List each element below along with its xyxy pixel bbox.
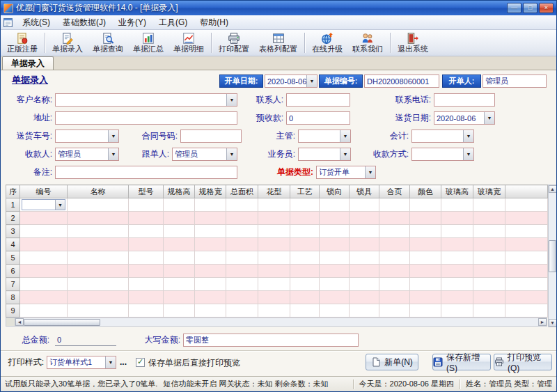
grid-cell[interactable] — [195, 238, 226, 251]
grid-cell[interactable] — [441, 198, 473, 212]
chevron-down-icon[interactable]: ▼ — [463, 148, 473, 160]
grid-row-header[interactable]: 3 — [6, 225, 20, 238]
grid-row-header[interactable]: 4 — [6, 238, 20, 251]
chevron-down-icon[interactable]: ▼ — [306, 75, 317, 87]
grid-cell[interactable] — [68, 212, 129, 225]
scroll-up-icon[interactable]: ▲ — [549, 185, 557, 193]
phone-field[interactable] — [434, 93, 495, 107]
grid-cell[interactable] — [350, 238, 379, 251]
grid-cell[interactable] — [129, 291, 164, 304]
menu-item[interactable]: 基础数据(J) — [56, 15, 112, 30]
grid-cell[interactable] — [20, 212, 68, 225]
grid-cell[interactable] — [290, 225, 320, 238]
grid-cell[interactable] — [129, 198, 164, 212]
grid-cell[interactable] — [410, 238, 441, 251]
grid-cell[interactable] — [441, 251, 473, 265]
grid-cell[interactable] — [505, 304, 548, 317]
grid-column-filler[interactable] — [505, 185, 548, 198]
grid-column-header-序[interactable]: 序 — [6, 185, 20, 198]
grid-cell[interactable] — [410, 225, 441, 238]
grid-cell[interactable] — [410, 212, 441, 225]
chevron-down-icon[interactable]: ▼ — [226, 148, 237, 160]
pay-method-combo[interactable]: ▼ — [411, 148, 474, 161]
delivery-date-combo[interactable]: 2020-08-06 ▼ — [434, 111, 495, 125]
toolbar-button-exit[interactable]: 退出系统 — [393, 31, 433, 55]
grid-cell[interactable] — [195, 291, 226, 304]
grid-row-header[interactable]: 1 — [6, 198, 20, 212]
grid-row-header[interactable]: 7 — [6, 278, 20, 291]
toolbar-button-bill-query[interactable]: 单据查询 — [88, 31, 128, 55]
grid-cell[interactable] — [441, 304, 473, 317]
horizontal-scrollbar[interactable]: ◄ ► — [6, 317, 547, 327]
vertical-scroll-thumb[interactable] — [549, 240, 556, 272]
grid-cell[interactable] — [320, 212, 350, 225]
grid-cell[interactable] — [350, 278, 379, 291]
bill-type-combo[interactable]: 订货开单 ▼ — [316, 166, 376, 179]
grid-column-header-工艺[interactable]: 工艺 — [290, 185, 320, 198]
grid-cell[interactable] — [505, 291, 548, 304]
grid-cell[interactable] — [379, 251, 410, 265]
grid-cell[interactable] — [379, 212, 410, 225]
grid-cell[interactable] — [164, 265, 195, 278]
grid-column-header-花型[interactable]: 花型 — [258, 185, 290, 198]
grid-cell[interactable] — [290, 198, 320, 212]
grid-cell[interactable] — [68, 238, 129, 251]
grid-cell[interactable] — [68, 198, 129, 212]
print-style-combo[interactable]: 订货单样式1 ▼ — [47, 356, 116, 369]
grid-cell[interactable] — [129, 225, 164, 238]
grid-cell[interactable] — [379, 278, 410, 291]
grid-cell[interactable] — [226, 265, 258, 278]
grid-cell[interactable] — [320, 198, 350, 212]
grid-cell[interactable] — [410, 291, 441, 304]
grid-cell[interactable] — [290, 304, 320, 317]
accountant-combo[interactable]: ▼ — [411, 130, 474, 143]
bill-no-field[interactable]: DH202008060001 — [364, 75, 439, 88]
grid-cell[interactable] — [505, 251, 548, 265]
grid-row-header[interactable]: 5 — [6, 251, 20, 265]
chevron-down-icon[interactable]: ▼ — [105, 356, 116, 368]
grid-cell[interactable] — [68, 278, 129, 291]
salesman-combo[interactable]: ▼ — [298, 148, 351, 161]
chevron-down-icon[interactable]: ▼ — [340, 148, 350, 160]
grid-column-header-颜色[interactable]: 颜色 — [410, 185, 441, 198]
grid-cell[interactable] — [195, 225, 226, 238]
grid-cell[interactable] — [20, 291, 68, 304]
close-button[interactable]: × — [539, 3, 554, 13]
grid-cell[interactable] — [164, 304, 195, 317]
toolbar-button-contact-us[interactable]: 联系我们 — [347, 31, 388, 55]
grid-cell[interactable] — [20, 304, 68, 317]
chevron-down-icon[interactable]: ▼ — [108, 130, 118, 142]
chevron-down-icon[interactable]: ▼ — [484, 112, 494, 124]
grid-cell[interactable] — [164, 198, 195, 212]
chevron-down-icon[interactable]: ▼ — [365, 166, 375, 178]
grid-cell[interactable] — [505, 212, 548, 225]
grid-cell[interactable] — [226, 304, 258, 317]
grid-column-header-锁具[interactable]: 锁具 — [350, 185, 379, 198]
grid-cell[interactable] — [226, 251, 258, 265]
vertical-scrollbar[interactable]: ▲ ▼ — [548, 185, 557, 327]
grid-cell[interactable] — [226, 225, 258, 238]
grid-cell[interactable] — [350, 251, 379, 265]
manager-combo[interactable]: ▼ — [298, 130, 351, 143]
grid-cell[interactable] — [20, 225, 68, 238]
grid-cell[interactable] — [410, 304, 441, 317]
grid-cell[interactable] — [505, 225, 548, 238]
grid-cell[interactable] — [195, 304, 226, 317]
grid-cell[interactable] — [441, 225, 473, 238]
grid-cell[interactable] — [505, 198, 548, 212]
grid-cell[interactable] — [350, 291, 379, 304]
grid-cell[interactable] — [226, 212, 258, 225]
toolbar-button-print-config[interactable]: 打印配置 — [214, 31, 254, 55]
grid-column-header-型号[interactable]: 型号 — [129, 185, 164, 198]
contact-field[interactable] — [286, 93, 350, 107]
grid-row-header[interactable]: 8 — [6, 291, 20, 304]
save-new-button[interactable]: 保存新增(S) — [432, 354, 491, 370]
grid-cell-combo[interactable]: ▼ — [22, 199, 65, 210]
follower-combo[interactable]: 管理员 ▼ — [172, 148, 237, 161]
new-bill-button[interactable]: 新单(N) — [366, 354, 418, 370]
grid-cell[interactable] — [290, 278, 320, 291]
grid-column-header-规格高[interactable]: 规格高 — [164, 185, 195, 198]
grid-cell[interactable] — [379, 198, 410, 212]
operator-field[interactable]: 管理员 — [483, 75, 547, 88]
customer-combo[interactable]: ▼ — [55, 93, 237, 107]
